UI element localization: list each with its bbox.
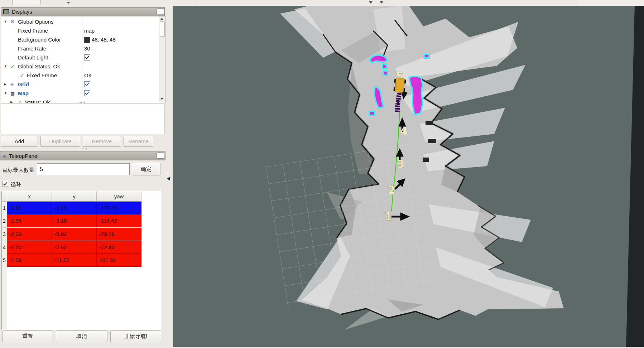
toolbar-separator xyxy=(197,1,197,5)
robot-model xyxy=(393,78,406,93)
color-swatch[interactable] xyxy=(84,37,90,43)
teleop-panel-titlebar[interactable]: ◈ TeleopPanel xyxy=(0,151,165,160)
cell-y[interactable]: -5.02 xyxy=(52,228,97,241)
tree-row-global-options[interactable]: ▼ ⚙ Global Options xyxy=(1,17,159,26)
obstacle-cluster xyxy=(424,54,429,58)
loop-checkbox-label: 循环 xyxy=(11,181,21,188)
tree-row-fixed-frame[interactable]: Fixed Frame map xyxy=(1,26,159,35)
start-navigation-button[interactable]: 开始导航! xyxy=(110,330,161,342)
remove-button[interactable]: Remove xyxy=(83,136,121,147)
cell-x[interactable]: -1.98 xyxy=(7,202,52,214)
scroll-down-icon[interactable] xyxy=(160,98,163,100)
column-header-yaw[interactable]: yaw xyxy=(97,191,141,202)
render-viewport[interactable]: 1 2 3 4 5 xyxy=(173,6,644,347)
displays-description-box xyxy=(1,103,165,134)
check-icon: ✓ xyxy=(10,62,15,71)
gear-icon: ⚙ xyxy=(10,17,15,26)
cell-y[interactable]: -1.23 xyxy=(52,202,97,214)
panel-splitter-handle[interactable] xyxy=(78,102,85,103)
column-header-x[interactable]: x xyxy=(7,191,52,202)
row-header-strip xyxy=(2,267,7,329)
loop-checkbox[interactable] xyxy=(2,181,8,187)
tree-row-background-color[interactable]: Background Color 48; 48; 48 xyxy=(1,35,159,44)
map-icon: ▦ xyxy=(10,89,15,98)
tree-scrollbar[interactable] xyxy=(159,16,165,102)
waypoint-table: x y yaw 1 -1.98 -1.23 -170.43 2 -1.94 -3… xyxy=(1,191,161,330)
corner-header[interactable] xyxy=(2,191,7,202)
expander-right-icon[interactable]: ▶ xyxy=(4,80,6,89)
expander-down-icon[interactable]: ▼ xyxy=(4,62,7,71)
waypoint-label-1: 1 xyxy=(384,210,392,223)
tree-row-fixed-frame-status[interactable]: ✓ Fixed Frame OK xyxy=(1,71,159,80)
grid-icon: ◈ xyxy=(10,80,14,89)
displays-panel-titlebar[interactable]: Displays xyxy=(1,7,165,16)
dropdown-arrow-icon[interactable] xyxy=(67,2,70,4)
duplicate-button[interactable]: Duplicate xyxy=(40,136,80,147)
top-toolbar xyxy=(0,0,644,6)
tree-row-frame-rate[interactable]: Frame Rate 30 xyxy=(1,44,159,53)
tree-row-global-status[interactable]: ▼ ✓ Global Status: Ok xyxy=(1,62,159,71)
expander-down-icon[interactable]: ▼ xyxy=(4,89,7,98)
rename-button[interactable]: Rename xyxy=(124,136,153,147)
displays-float-button[interactable] xyxy=(157,8,164,14)
obstacle-cluster xyxy=(383,64,387,68)
tree-row-map[interactable]: ▼ ▦ Map xyxy=(1,89,159,98)
cell-yaw[interactable]: 101.33 xyxy=(97,254,141,267)
default-light-checkbox[interactable] xyxy=(84,54,90,61)
grid-enabled-checkbox[interactable] xyxy=(84,81,90,87)
cell-yaw[interactable]: -79.18 xyxy=(97,228,141,241)
waypoint-label-4: 4 xyxy=(400,125,408,137)
check-icon: ✓ xyxy=(20,71,24,80)
cell-yaw[interactable]: -170.43 xyxy=(97,202,141,214)
waypoint-label-2: 2 xyxy=(388,183,395,196)
cell-yaw[interactable]: -114.42 xyxy=(97,214,141,227)
cell-x[interactable]: -2.20 xyxy=(7,241,52,254)
displays-icon xyxy=(3,9,9,14)
teleop-panel-icon: ◈ xyxy=(3,153,6,159)
map-enabled-checkbox[interactable] xyxy=(84,90,90,96)
tree-row-default-light[interactable]: Default Light xyxy=(1,53,159,62)
column-header-y[interactable]: y xyxy=(52,191,97,202)
cancel-button[interactable]: 取消 xyxy=(56,330,107,342)
expander-right-icon[interactable]: ▶ xyxy=(10,98,13,103)
obstacle-cluster xyxy=(383,71,388,75)
confirm-button[interactable]: 确定 xyxy=(132,163,160,175)
scrollbar-thumb[interactable] xyxy=(160,21,165,37)
obstacle-cluster xyxy=(370,55,388,63)
cell-yaw[interactable]: -72.40 xyxy=(97,241,141,254)
displays-tree: ▼ ⚙ Global Options Fixed Frame map Backg… xyxy=(1,16,165,103)
cell-x[interactable]: -1.94 xyxy=(7,214,52,227)
view-splitter-handle[interactable] xyxy=(169,171,169,176)
max-goals-label: 目标最大数量 xyxy=(2,167,34,174)
expander-down-icon[interactable]: ▼ xyxy=(4,17,7,26)
displays-panel-title: Displays xyxy=(12,9,32,15)
add-button[interactable]: Add xyxy=(1,136,38,147)
obstacle-cluster xyxy=(369,111,375,115)
dropdown-arrow-icon[interactable] xyxy=(369,1,373,4)
cell-x[interactable]: -1.59 xyxy=(7,254,52,267)
teleop-float-button[interactable] xyxy=(157,153,164,159)
scroll-up-icon[interactable] xyxy=(160,18,163,20)
cell-y[interactable]: -11.55 xyxy=(52,254,97,267)
cell-y[interactable]: -3.18 xyxy=(52,214,97,227)
reset-button[interactable]: 重置 xyxy=(2,330,53,342)
waypoint-label-3: 3 xyxy=(397,158,405,170)
toolbar-right-section xyxy=(579,0,644,5)
dropdown-arrow-icon[interactable] xyxy=(380,1,383,4)
tree-row-grid[interactable]: ▶ ◈ Grid xyxy=(1,80,159,89)
toolbar-partial-button[interactable] xyxy=(12,0,41,5)
check-icon: ✓ xyxy=(18,98,22,103)
cell-y[interactable]: -7.62 xyxy=(52,241,97,254)
panel-splitter-handle[interactable] xyxy=(81,149,87,149)
teleop-panel-title: TeleopPanel xyxy=(9,153,39,159)
cell-x[interactable]: -2.33 xyxy=(7,228,52,241)
max-goals-input[interactable] xyxy=(37,163,130,175)
collapse-left-icon[interactable] xyxy=(167,177,170,180)
